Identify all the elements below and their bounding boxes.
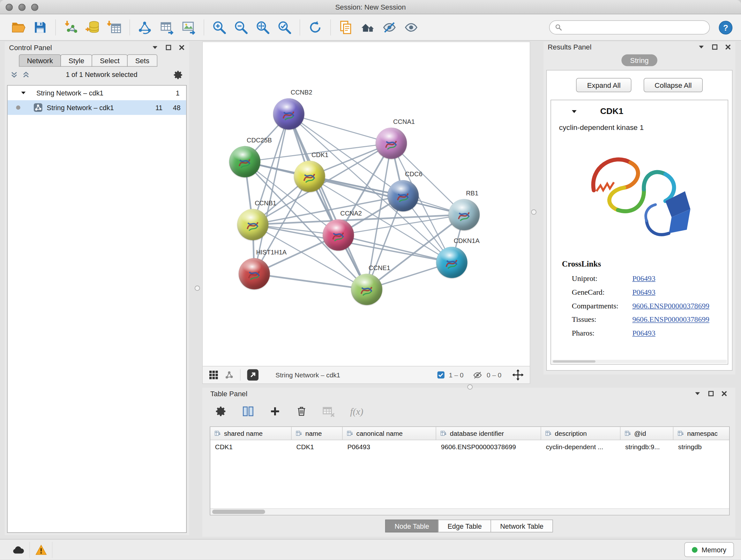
home-button[interactable]: [357, 17, 379, 38]
import-network-file-button[interactable]: [60, 17, 82, 38]
expand-all-chevrons-icon[interactable]: [10, 71, 18, 78]
column-header[interactable]: @id: [620, 427, 673, 440]
window-minimize-button[interactable]: [18, 4, 25, 11]
memory-button[interactable]: Memory: [684, 543, 734, 557]
network-node-CDC25B[interactable]: [229, 146, 260, 178]
column-header[interactable]: shared name: [210, 427, 292, 440]
scrollbar-thumb[interactable]: [212, 509, 265, 514]
results-horizontal-scrollbar[interactable]: [552, 360, 727, 363]
tab-style[interactable]: Style: [61, 54, 92, 67]
network-collection-row[interactable]: String Network – cdk1 1: [8, 85, 186, 100]
crosslink-uniprot-link[interactable]: P06493: [632, 274, 655, 283]
crosslink-pharos-link[interactable]: P06493: [632, 329, 655, 338]
column-header[interactable]: canonical name: [343, 427, 436, 440]
help-button[interactable]: ?: [718, 19, 733, 36]
zoom-in-button[interactable]: [208, 17, 230, 38]
network-node-CDC6[interactable]: [387, 180, 419, 211]
tab-network-table[interactable]: Network Table: [491, 519, 553, 532]
delete-column-button[interactable]: [296, 406, 307, 417]
table-cell[interactable]: stringdb: [673, 443, 730, 450]
panel-close-icon[interactable]: [179, 44, 185, 50]
import-network-database-button[interactable]: [82, 17, 104, 38]
network-node-CDKN1A[interactable]: [436, 247, 468, 278]
section-collapse-triangle-icon[interactable]: [571, 108, 578, 115]
add-column-button[interactable]: [269, 406, 281, 417]
annotation-copy-button[interactable]: [335, 17, 357, 38]
network-node-CCNB2[interactable]: [273, 98, 305, 130]
table-settings-button[interactable]: [215, 406, 227, 417]
refresh-view-button[interactable]: [305, 17, 326, 38]
hidden-eye-slash-icon[interactable]: [473, 370, 482, 380]
crosslink-compartments-link[interactable]: 9606.ENSP00000378699: [632, 302, 710, 310]
open-session-button[interactable]: [8, 17, 29, 38]
collapse-all-chevrons-icon[interactable]: [22, 71, 30, 78]
network-node-RB1[interactable]: [448, 199, 480, 230]
table-cell[interactable]: 9606.ENSP00000378699: [436, 443, 541, 450]
tab-select[interactable]: Select: [92, 54, 128, 67]
window-zoom-button[interactable]: [31, 4, 38, 11]
network-node-CDK1[interactable]: [294, 161, 325, 192]
panel-close-icon[interactable]: [721, 390, 727, 396]
column-header[interactable]: database identifier: [436, 427, 541, 440]
panel-menu-chevron-icon[interactable]: [151, 44, 158, 51]
network-node-HIST1H1A[interactable]: [239, 258, 270, 290]
search-box[interactable]: [549, 20, 710, 35]
panel-menu-chevron-icon[interactable]: [694, 390, 701, 397]
tab-sets[interactable]: Sets: [127, 54, 157, 67]
selected-checkbox-icon[interactable]: [437, 371, 445, 379]
zoom-out-button[interactable]: [230, 17, 252, 38]
zoom-selected-button[interactable]: [273, 17, 295, 38]
warnings-button[interactable]: [30, 542, 52, 557]
table-horizontal-scrollbar[interactable]: [210, 508, 729, 515]
network-share-icon[interactable]: [224, 370, 234, 380]
column-header[interactable]: namespac: [673, 427, 730, 440]
column-header[interactable]: name: [292, 427, 343, 440]
panel-float-icon[interactable]: [165, 44, 172, 50]
network-node-CCNA1[interactable]: [376, 128, 407, 159]
splitter-handle[interactable]: [195, 286, 200, 291]
search-input[interactable]: [566, 23, 704, 31]
splitter-handle[interactable]: [531, 209, 536, 214]
open-in-new-icon[interactable]: [247, 369, 259, 381]
network-node-CCNA2[interactable]: [323, 219, 354, 251]
window-close-button[interactable]: [6, 4, 13, 11]
zoom-fit-button[interactable]: [252, 17, 273, 38]
gear-icon[interactable]: [173, 70, 183, 79]
results-tab-string[interactable]: String: [622, 54, 657, 66]
network-row[interactable]: String Network – cdk1 11 48: [8, 100, 186, 115]
tree-expand-triangle-icon[interactable]: [21, 90, 26, 96]
network-node-CCNB1[interactable]: [237, 209, 268, 240]
delete-table-button[interactable]: [322, 405, 335, 418]
export-image-button[interactable]: [178, 17, 199, 38]
function-builder-button[interactable]: f(x): [350, 406, 363, 417]
hide-selected-button[interactable]: [379, 17, 400, 38]
tab-node-table[interactable]: Node Table: [385, 519, 439, 532]
save-session-button[interactable]: [29, 17, 51, 38]
pan-crosshair-icon[interactable]: [512, 369, 524, 381]
tab-network[interactable]: Network: [19, 54, 61, 67]
table-cell[interactable]: CDK1: [292, 443, 343, 450]
column-header[interactable]: description: [541, 427, 621, 440]
panel-close-icon[interactable]: [725, 44, 731, 50]
show-columns-button[interactable]: [242, 405, 254, 418]
collapse-all-button[interactable]: Collapse All: [644, 78, 702, 92]
import-table-file-button[interactable]: [104, 17, 125, 38]
show-all-button[interactable]: [400, 17, 422, 38]
tab-edge-table[interactable]: Edge Table: [438, 519, 491, 532]
crosslink-tissues-link[interactable]: 9606.ENSP00000378699: [632, 315, 710, 324]
expand-all-button[interactable]: Expand All: [576, 78, 631, 92]
network-node-CCNE1[interactable]: [351, 273, 382, 305]
panel-menu-chevron-icon[interactable]: [698, 44, 704, 50]
splitter-handle[interactable]: [468, 384, 473, 389]
network-edge[interactable]: [254, 273, 367, 289]
table-cell[interactable]: P06493: [343, 443, 436, 450]
network-canvas[interactable]: CCNB2CCNA1CDC25BCDK1CDC6RB1CCNB1CCNA2CDK…: [203, 42, 530, 366]
cloud-status-button[interactable]: [7, 542, 30, 557]
crosslink-genecard-link[interactable]: P06493: [632, 288, 655, 297]
panel-float-icon[interactable]: [708, 390, 714, 396]
table-row[interactable]: CDK1 CDK1 P06493 9606.ENSP00000378699 cy…: [210, 440, 729, 453]
table-cell[interactable]: CDK1: [210, 443, 292, 450]
table-cell[interactable]: stringdb:9...: [620, 443, 673, 450]
grid-view-icon[interactable]: [209, 370, 219, 380]
table-cell[interactable]: cyclin-dependent ...: [541, 443, 621, 450]
